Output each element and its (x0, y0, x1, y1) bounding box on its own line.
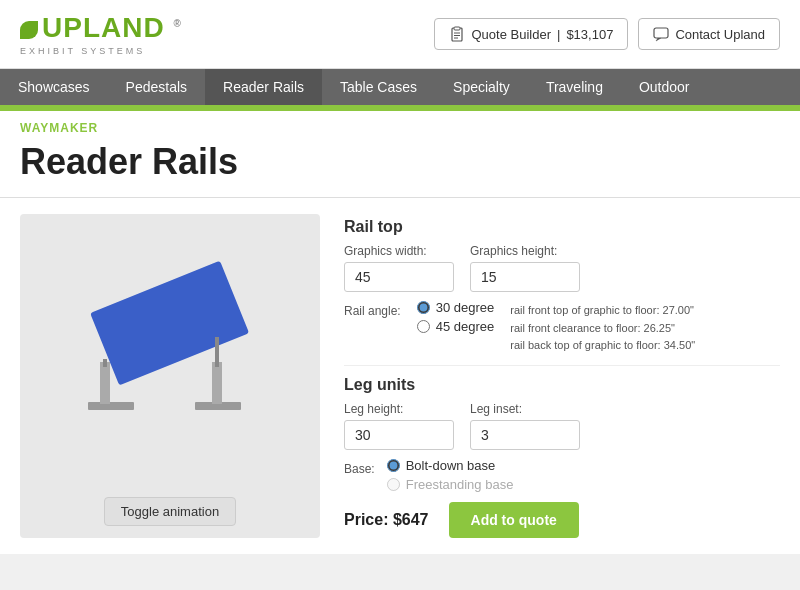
contact-button[interactable]: Contact Upland (638, 18, 780, 50)
svg-rect-10 (90, 261, 249, 386)
angle-info: rail front top of graphic to floor: 27.0… (510, 300, 695, 355)
svg-rect-5 (654, 28, 668, 38)
freestanding-option[interactable]: Freestanding base (387, 477, 514, 492)
nav-pedestals[interactable]: Pedestals (108, 69, 205, 105)
bolt-down-option[interactable]: Bolt-down base (387, 458, 514, 473)
chat-icon (653, 26, 669, 42)
quote-builder-button[interactable]: Quote Builder | $13,107 (434, 18, 628, 50)
graphics-height-label: Graphics height: (470, 244, 580, 258)
bolt-down-label: Bolt-down base (406, 458, 496, 473)
nav-table-cases[interactable]: Table Cases (322, 69, 435, 105)
clipboard-icon (449, 26, 465, 42)
leg-height-label: Leg height: (344, 402, 454, 416)
angle-30-label: 30 degree (436, 300, 495, 315)
quote-builder-label: Quote Builder (471, 27, 551, 42)
price-label: Price: (344, 511, 388, 528)
main-content: Toggle animation Rail top Graphics width… (0, 198, 800, 554)
nav-showcases[interactable]: Showcases (0, 69, 108, 105)
base-field-label: Base: (344, 458, 375, 476)
page-title: Reader Rails (0, 139, 800, 198)
angle-30-option[interactable]: 30 degree (417, 300, 495, 315)
rail-angle-label: Rail angle: (344, 300, 401, 318)
product-illustration (40, 224, 300, 434)
header-actions: Quote Builder | $13,107 Contact Upland (434, 18, 780, 50)
header: UPLAND ® EXHIBIT SYSTEMS Quote Builder |… (0, 0, 800, 69)
rail-top-section-title: Rail top (344, 218, 780, 236)
graphics-width-group: Graphics width: (344, 244, 454, 292)
product-image-area: Toggle animation (20, 214, 320, 538)
angle-45-radio[interactable] (417, 320, 430, 333)
graphics-width-input[interactable] (344, 262, 454, 292)
content-area: WAYMAKER Reader Rails Toggle animatio (0, 108, 800, 554)
leg-inset-group: Leg inset: (470, 402, 580, 450)
freestanding-label: Freestanding base (406, 477, 514, 492)
graphics-height-group: Graphics height: (470, 244, 580, 292)
leg-fields-row: Leg height: Leg inset: (344, 402, 780, 450)
price-row: Price: $647 Add to quote (344, 502, 780, 538)
svg-rect-9 (212, 362, 222, 404)
nav-reader-rails[interactable]: Reader Rails (205, 69, 322, 105)
svg-rect-1 (454, 27, 460, 30)
leg-height-group: Leg height: (344, 402, 454, 450)
nav-specialty[interactable]: Specialty (435, 69, 528, 105)
breadcrumb: WAYMAKER (0, 111, 800, 139)
leg-units-section-title: Leg units (344, 376, 780, 394)
logo-leaf-icon (20, 21, 38, 39)
contact-label: Contact Upland (675, 27, 765, 42)
form-area: Rail top Graphics width: Graphics height… (344, 214, 780, 538)
quote-amount: $13,107 (566, 27, 613, 42)
toggle-animation-button[interactable]: Toggle animation (104, 497, 236, 526)
rail-angle-radio-group: 30 degree 45 degree (417, 300, 495, 334)
angle-45-label: 45 degree (436, 319, 495, 334)
add-to-quote-button[interactable]: Add to quote (449, 502, 579, 538)
angle-info-line1: rail front top of graphic to floor: 27.0… (510, 302, 695, 320)
leg-inset-input[interactable] (470, 420, 580, 450)
freestanding-radio[interactable] (387, 478, 400, 491)
section-divider (344, 365, 780, 366)
price-display: Price: $647 (344, 511, 429, 529)
logo-name: UPLAND (42, 12, 165, 43)
leg-units-section: Leg units Leg height: Leg inset: (344, 376, 780, 450)
angle-30-radio[interactable] (417, 301, 430, 314)
graphics-height-input[interactable] (470, 262, 580, 292)
angle-info-line3: rail back top of graphic to floor: 34.50… (510, 337, 695, 355)
leg-height-input[interactable] (344, 420, 454, 450)
angle-info-line2: rail front clearance to floor: 26.25" (510, 320, 695, 338)
price-value: $647 (393, 511, 429, 528)
nav: Showcases Pedestals Reader Rails Table C… (0, 69, 800, 105)
leg-inset-label: Leg inset: (470, 402, 580, 416)
rail-angle-row: Rail angle: 30 degree 45 degree rail fro… (344, 300, 780, 355)
logo: UPLAND ® (20, 12, 182, 44)
angle-45-option[interactable]: 45 degree (417, 319, 495, 334)
logo-subtitle: EXHIBIT SYSTEMS (20, 46, 182, 56)
svg-rect-7 (100, 362, 110, 404)
logo-area: UPLAND ® EXHIBIT SYSTEMS (20, 12, 182, 56)
graphics-width-label: Graphics width: (344, 244, 454, 258)
base-row: Base: Bolt-down base Freestanding base (344, 458, 780, 492)
nav-outdoor[interactable]: Outdoor (621, 69, 708, 105)
nav-traveling[interactable]: Traveling (528, 69, 621, 105)
bolt-down-radio[interactable] (387, 459, 400, 472)
base-radio-group: Bolt-down base Freestanding base (387, 458, 514, 492)
svg-rect-6 (88, 402, 134, 410)
graphics-fields-row: Graphics width: Graphics height: (344, 244, 780, 292)
